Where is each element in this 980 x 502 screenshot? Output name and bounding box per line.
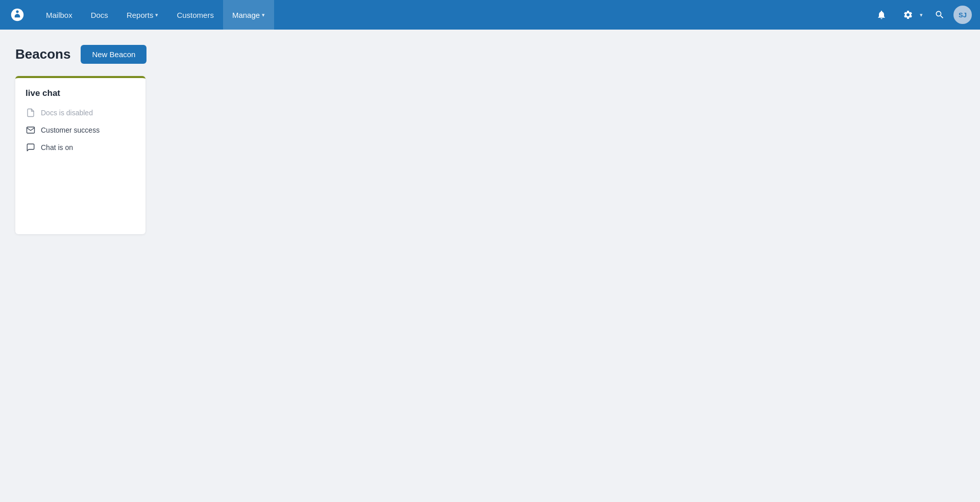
user-menu-button[interactable]: ▾ (895, 3, 926, 27)
doc-icon (26, 108, 36, 118)
chat-icon (26, 142, 36, 153)
nav-customers[interactable]: Customers (167, 0, 223, 30)
page-title: Beacons (15, 46, 70, 62)
main-nav: Mailbox Docs Reports ▾ Customers Manage … (0, 0, 980, 30)
beacon-chat-row: Chat is on (26, 142, 135, 153)
nav-mailbox[interactable]: Mailbox (37, 0, 82, 30)
beacon-mailbox-row: Customer success (26, 125, 135, 135)
page-header: Beacons New Beacon (15, 45, 965, 64)
beacon-card-inner: live chat Docs is disabled (15, 78, 145, 172)
logo[interactable] (8, 6, 27, 24)
nav-docs[interactable]: Docs (82, 0, 117, 30)
gear-icon (898, 5, 918, 24)
nav-manage[interactable]: Manage ▾ (223, 0, 274, 30)
new-beacon-button[interactable]: New Beacon (81, 45, 146, 64)
docs-status-label: Docs is disabled (41, 109, 93, 117)
beacon-card-title: live chat (26, 88, 135, 98)
user-chevron-icon: ▾ (920, 12, 923, 18)
reports-chevron-icon: ▾ (155, 12, 158, 18)
manage-chevron-icon: ▾ (262, 12, 265, 18)
notifications-button[interactable] (872, 5, 891, 24)
chat-status-label: Chat is on (41, 143, 73, 152)
main-content: Beacons New Beacon live chat Docs is dis… (0, 30, 980, 249)
search-button[interactable] (930, 5, 949, 24)
mailbox-label: Customer success (41, 126, 100, 134)
mailbox-icon (26, 125, 36, 135)
nav-actions: ▾ SJ (872, 3, 972, 27)
beacon-card[interactable]: live chat Docs is disabled (15, 76, 145, 234)
avatar[interactable]: SJ (953, 6, 972, 24)
nav-reports[interactable]: Reports ▾ (117, 0, 168, 30)
beacon-docs-row: Docs is disabled (26, 108, 135, 118)
